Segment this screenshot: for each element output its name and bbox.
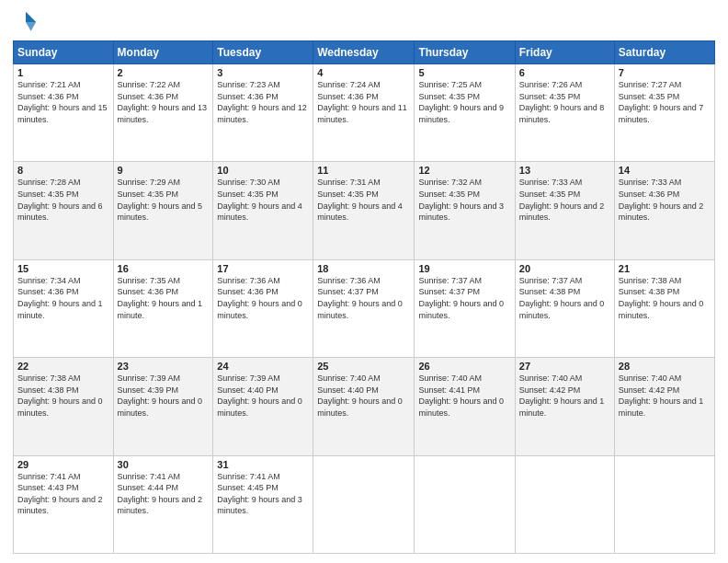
- day-number: 16: [118, 263, 210, 274]
- calendar-cell: [515, 455, 614, 553]
- day-header-thursday: Thursday: [415, 41, 515, 64]
- svg-marker-1: [26, 22, 36, 31]
- day-number: 27: [519, 361, 610, 372]
- day-number: 23: [118, 361, 210, 372]
- calendar-cell: 8Sunrise: 7:28 AMSunset: 4:35 PMDaylight…: [14, 162, 114, 259]
- day-info: Sunrise: 7:34 AMSunset: 4:36 PMDaylight:…: [17, 275, 109, 321]
- calendar-week-row: 1Sunrise: 7:21 AMSunset: 4:36 PMDaylight…: [14, 64, 715, 162]
- day-number: 28: [619, 361, 711, 372]
- day-info: Sunrise: 7:32 AMSunset: 4:35 PMDaylight:…: [418, 177, 510, 223]
- day-header-tuesday: Tuesday: [213, 41, 313, 64]
- day-number: 1: [17, 67, 109, 78]
- day-info: Sunrise: 7:29 AMSunset: 4:35 PMDaylight:…: [118, 177, 210, 223]
- calendar-cell: 18Sunrise: 7:36 AMSunset: 4:37 PMDayligh…: [313, 259, 415, 357]
- day-info: Sunrise: 7:40 AMSunset: 4:42 PMDaylight:…: [519, 373, 610, 419]
- day-info: Sunrise: 7:21 AMSunset: 4:36 PMDaylight:…: [17, 79, 109, 125]
- calendar-cell: [313, 455, 415, 553]
- logo-icon: [13, 9, 39, 35]
- day-info: Sunrise: 7:22 AMSunset: 4:36 PMDaylight:…: [118, 79, 210, 125]
- calendar-week-row: 15Sunrise: 7:34 AMSunset: 4:36 PMDayligh…: [14, 259, 715, 357]
- header: [13, 9, 715, 35]
- day-number: 8: [17, 165, 109, 176]
- calendar-cell: 28Sunrise: 7:40 AMSunset: 4:42 PMDayligh…: [614, 358, 714, 455]
- day-info: Sunrise: 7:33 AMSunset: 4:35 PMDaylight:…: [519, 177, 610, 223]
- calendar-cell: 20Sunrise: 7:37 AMSunset: 4:38 PMDayligh…: [515, 259, 614, 357]
- calendar-week-row: 8Sunrise: 7:28 AMSunset: 4:35 PMDaylight…: [14, 162, 715, 259]
- calendar-cell: 6Sunrise: 7:26 AMSunset: 4:35 PMDaylight…: [515, 64, 614, 162]
- day-number: 19: [418, 263, 510, 274]
- day-info: Sunrise: 7:41 AMSunset: 4:45 PMDaylight:…: [217, 471, 309, 517]
- svg-marker-0: [26, 12, 36, 22]
- day-number: 6: [519, 67, 610, 78]
- calendar-cell: 13Sunrise: 7:33 AMSunset: 4:35 PMDayligh…: [515, 162, 614, 259]
- calendar-cell: [614, 455, 714, 553]
- calendar-cell: 4Sunrise: 7:24 AMSunset: 4:36 PMDaylight…: [313, 64, 415, 162]
- day-info: Sunrise: 7:37 AMSunset: 4:38 PMDaylight:…: [519, 275, 610, 321]
- day-header-monday: Monday: [113, 41, 213, 64]
- day-header-friday: Friday: [515, 41, 614, 64]
- day-header-saturday: Saturday: [614, 41, 714, 64]
- day-info: Sunrise: 7:27 AMSunset: 4:35 PMDaylight:…: [619, 79, 711, 125]
- day-info: Sunrise: 7:40 AMSunset: 4:40 PMDaylight:…: [317, 373, 410, 419]
- day-number: 2: [118, 67, 210, 78]
- day-number: 12: [418, 165, 510, 176]
- day-number: 4: [317, 67, 410, 78]
- page: SundayMondayTuesdayWednesdayThursdayFrid…: [0, 0, 728, 563]
- calendar-week-row: 29Sunrise: 7:41 AMSunset: 4:43 PMDayligh…: [14, 455, 715, 553]
- day-number: 13: [519, 165, 610, 176]
- calendar-cell: 24Sunrise: 7:39 AMSunset: 4:40 PMDayligh…: [213, 358, 313, 455]
- day-info: Sunrise: 7:36 AMSunset: 4:37 PMDaylight:…: [317, 275, 410, 321]
- day-number: 31: [217, 459, 309, 470]
- day-info: Sunrise: 7:41 AMSunset: 4:43 PMDaylight:…: [17, 471, 109, 517]
- calendar-cell: 27Sunrise: 7:40 AMSunset: 4:42 PMDayligh…: [515, 358, 614, 455]
- day-info: Sunrise: 7:39 AMSunset: 4:40 PMDaylight:…: [217, 373, 309, 419]
- calendar-cell: 19Sunrise: 7:37 AMSunset: 4:37 PMDayligh…: [415, 259, 515, 357]
- day-number: 25: [317, 361, 410, 372]
- day-number: 24: [217, 361, 309, 372]
- day-number: 22: [17, 361, 109, 372]
- calendar-cell: 26Sunrise: 7:40 AMSunset: 4:41 PMDayligh…: [415, 358, 515, 455]
- day-info: Sunrise: 7:36 AMSunset: 4:36 PMDaylight:…: [217, 275, 309, 321]
- day-number: 30: [118, 459, 210, 470]
- calendar-cell: 16Sunrise: 7:35 AMSunset: 4:36 PMDayligh…: [113, 259, 213, 357]
- calendar-cell: 23Sunrise: 7:39 AMSunset: 4:39 PMDayligh…: [113, 358, 213, 455]
- calendar-cell: 3Sunrise: 7:23 AMSunset: 4:36 PMDaylight…: [213, 64, 313, 162]
- day-number: 11: [317, 165, 410, 176]
- calendar-week-row: 22Sunrise: 7:38 AMSunset: 4:38 PMDayligh…: [14, 358, 715, 455]
- day-number: 3: [217, 67, 309, 78]
- day-info: Sunrise: 7:33 AMSunset: 4:36 PMDaylight:…: [619, 177, 711, 223]
- day-info: Sunrise: 7:40 AMSunset: 4:41 PMDaylight:…: [418, 373, 510, 419]
- calendar-cell: 2Sunrise: 7:22 AMSunset: 4:36 PMDaylight…: [113, 64, 213, 162]
- calendar-cell: 7Sunrise: 7:27 AMSunset: 4:35 PMDaylight…: [614, 64, 714, 162]
- day-info: Sunrise: 7:25 AMSunset: 4:35 PMDaylight:…: [418, 79, 510, 125]
- day-info: Sunrise: 7:26 AMSunset: 4:35 PMDaylight:…: [519, 79, 610, 125]
- calendar-cell: 30Sunrise: 7:41 AMSunset: 4:44 PMDayligh…: [113, 455, 213, 553]
- logo: [13, 9, 42, 35]
- day-number: 17: [217, 263, 309, 274]
- calendar-cell: 25Sunrise: 7:40 AMSunset: 4:40 PMDayligh…: [313, 358, 415, 455]
- day-number: 14: [619, 165, 711, 176]
- day-info: Sunrise: 7:41 AMSunset: 4:44 PMDaylight:…: [118, 471, 210, 517]
- day-info: Sunrise: 7:35 AMSunset: 4:36 PMDaylight:…: [118, 275, 210, 321]
- day-info: Sunrise: 7:38 AMSunset: 4:38 PMDaylight:…: [619, 275, 711, 321]
- day-info: Sunrise: 7:28 AMSunset: 4:35 PMDaylight:…: [17, 177, 109, 223]
- day-number: 21: [619, 263, 711, 274]
- day-number: 15: [17, 263, 109, 274]
- day-number: 5: [418, 67, 510, 78]
- calendar-header-row: SundayMondayTuesdayWednesdayThursdayFrid…: [14, 41, 715, 64]
- calendar-cell: 29Sunrise: 7:41 AMSunset: 4:43 PMDayligh…: [14, 455, 114, 553]
- day-info: Sunrise: 7:40 AMSunset: 4:42 PMDaylight:…: [619, 373, 711, 419]
- calendar-cell: 14Sunrise: 7:33 AMSunset: 4:36 PMDayligh…: [614, 162, 714, 259]
- calendar-cell: 12Sunrise: 7:32 AMSunset: 4:35 PMDayligh…: [415, 162, 515, 259]
- day-info: Sunrise: 7:24 AMSunset: 4:36 PMDaylight:…: [317, 79, 410, 125]
- calendar-cell: 17Sunrise: 7:36 AMSunset: 4:36 PMDayligh…: [213, 259, 313, 357]
- calendar-cell: 22Sunrise: 7:38 AMSunset: 4:38 PMDayligh…: [14, 358, 114, 455]
- day-number: 20: [519, 263, 610, 274]
- day-header-sunday: Sunday: [14, 41, 114, 64]
- day-number: 29: [17, 459, 109, 470]
- calendar-table: SundayMondayTuesdayWednesdayThursdayFrid…: [13, 40, 715, 554]
- calendar-cell: 9Sunrise: 7:29 AMSunset: 4:35 PMDaylight…: [113, 162, 213, 259]
- day-number: 9: [118, 165, 210, 176]
- calendar-cell: 1Sunrise: 7:21 AMSunset: 4:36 PMDaylight…: [14, 64, 114, 162]
- day-info: Sunrise: 7:37 AMSunset: 4:37 PMDaylight:…: [418, 275, 510, 321]
